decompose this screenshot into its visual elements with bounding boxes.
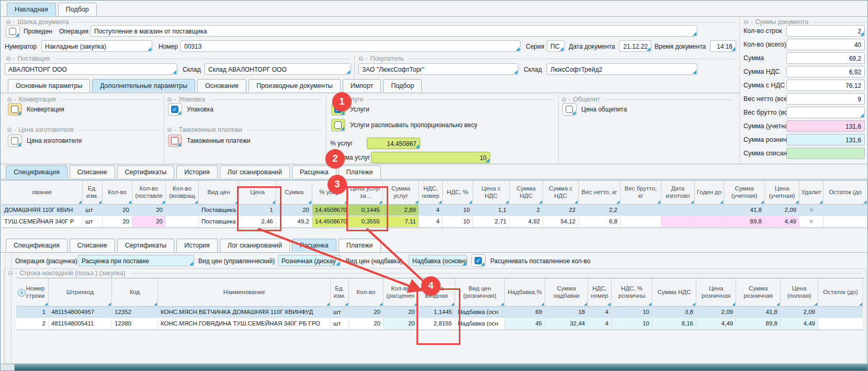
header-cell[interactable]: Цена (полная): [781, 278, 818, 307]
table-cell[interactable]: [818, 318, 863, 330]
header-cell[interactable]: Дата изготовл: [661, 181, 695, 205]
header-cell[interactable]: Удалит: [799, 181, 824, 205]
total-value[interactable]: [786, 107, 865, 118]
collapse-icon[interactable]: ⊖ -: [561, 96, 570, 103]
header-cell[interactable]: Ед. изм.: [83, 181, 103, 205]
tab-2[interactable]: Списание: [70, 239, 115, 252]
table-cell[interactable]: 14,4508670: [312, 205, 348, 216]
table-cell[interactable]: [621, 205, 661, 216]
catering-checkbox[interactable]: [562, 103, 577, 116]
table-cell[interactable]: 3,8: [652, 307, 696, 318]
table-cell[interactable]: шт: [83, 216, 103, 228]
header-cell[interactable]: Цена розничная: [696, 278, 736, 307]
tab-5[interactable]: Лог сканирований: [220, 165, 290, 178]
header-cell[interactable]: Сумма с НДС: [543, 181, 579, 205]
tab-7[interactable]: Платежи: [339, 165, 381, 178]
doc-time-input[interactable]: 14:16: [710, 40, 736, 52]
table-cell[interactable]: 20: [349, 307, 384, 318]
table-cell[interactable]: ДОМАШНЯЯ 110Г КВИН: [2, 205, 83, 216]
tab-1[interactable]: Накладная: [7, 3, 56, 16]
doc-date-input[interactable]: 21.12.22: [619, 40, 651, 52]
table-cell[interactable]: 4,49: [696, 318, 736, 330]
table-cell[interactable]: 10: [443, 216, 473, 228]
buyer-warehouse-input[interactable]: ЛюксСофтТрейд2: [547, 63, 697, 75]
repricing-operation-input[interactable]: Расценка при поставке: [78, 255, 194, 266]
tab-6[interactable]: Расценка: [292, 165, 336, 178]
tab-3[interactable]: Сертификаты: [117, 239, 175, 252]
header-cell[interactable]: НДС, номер: [419, 181, 443, 205]
customs-checkbox[interactable]: [168, 134, 182, 147]
table-cell[interactable]: 2,2: [579, 205, 621, 216]
proveden-checkbox[interactable]: [6, 25, 20, 38]
total-value[interactable]: 131,6: [786, 134, 865, 145]
table-cell[interactable]: 18: [545, 307, 588, 318]
tab-7[interactable]: Платежи: [339, 239, 381, 252]
header-cell[interactable]: Сумма (учетная): [724, 181, 765, 205]
delete-mark-icon[interactable]: =: [809, 218, 813, 224]
table-cell[interactable]: [166, 216, 199, 228]
table-cell[interactable]: [818, 307, 863, 318]
table-cell[interactable]: Поставщика: [199, 205, 239, 216]
sort-expander-icon[interactable]: ∧: [18, 289, 26, 297]
table-cell[interactable]: ТУШ.СЕМЕЙНАЯ 340Г Р: [2, 216, 83, 228]
header-cell[interactable]: Наименование: [158, 278, 331, 307]
table-cell[interactable]: 2: [510, 205, 543, 216]
tab-3[interactable]: Сертификаты: [117, 165, 175, 178]
header-cell[interactable]: Сумма услуг: [383, 181, 419, 205]
table-cell[interactable]: шт: [331, 318, 349, 330]
header-cell[interactable]: Кол-во: [103, 181, 132, 205]
table-cell[interactable]: =: [799, 205, 824, 216]
header-cell[interactable]: Остаток (до): [818, 278, 863, 307]
table-cell[interactable]: 4811548005411: [49, 318, 112, 330]
total-value[interactable]: [786, 148, 865, 159]
table-cell[interactable]: 1: [16, 307, 49, 318]
tab-1[interactable]: Спецификация: [6, 239, 67, 252]
table-cell[interactable]: 2,71: [473, 216, 510, 228]
collapse-icon[interactable]: ⊖ -: [8, 269, 17, 277]
table-cell[interactable]: 4,49: [765, 216, 799, 228]
header-cell[interactable]: Сумма надбавки: [545, 278, 588, 307]
total-value[interactable]: 6,92: [786, 66, 865, 77]
table-cell[interactable]: 10: [612, 307, 652, 318]
table-cell[interactable]: 12380: [112, 318, 158, 330]
table-cell[interactable]: 45: [505, 318, 545, 330]
table-cell[interactable]: 41,8: [724, 205, 765, 216]
table-cell[interactable]: 20: [276, 205, 312, 216]
collapse-icon[interactable]: ⊖ -: [7, 126, 16, 133]
table-cell[interactable]: 20: [132, 216, 166, 228]
table-cell[interactable]: 4: [588, 307, 612, 318]
table-cell[interactable]: [661, 205, 695, 216]
table-cell[interactable]: КОНС.МЯСН.ГОВЯДИНА ТУШ.СЕМЕЙНАЯ 340Г РБ …: [158, 318, 331, 330]
table-cell[interactable]: [695, 205, 724, 216]
collapse-icon[interactable]: ⊖ -: [167, 126, 176, 133]
table-cell[interactable]: 20: [103, 216, 132, 228]
table-cell[interactable]: 89,8: [724, 216, 765, 228]
table-cell[interactable]: 89,8: [736, 318, 781, 330]
header-cell[interactable]: Сумма: [276, 181, 312, 205]
header-cell[interactable]: НДС, номер: [588, 278, 612, 307]
mgmt-price-type-input[interactable]: Розничная (дискау: [278, 255, 341, 266]
header-cell[interactable]: Остаток (до: [824, 181, 867, 205]
header-cell[interactable]: Кол-во: [349, 278, 384, 307]
conversion-checkbox[interactable]: [8, 103, 22, 116]
header-cell[interactable]: ование: [2, 181, 83, 205]
table-cell[interactable]: шт: [331, 307, 349, 318]
header-cell[interactable]: Кол-во (возвращ: [166, 181, 199, 205]
table-cell[interactable]: 20: [132, 205, 166, 216]
header-cell[interactable]: Код: [112, 278, 158, 307]
tab-1[interactable]: Основные параметры: [8, 79, 90, 92]
table-cell[interactable]: 2,89: [383, 205, 419, 216]
table-cell[interactable]: 4,92: [510, 216, 543, 228]
collapse-icon[interactable]: ⊖ -: [6, 55, 15, 62]
collapse-icon[interactable]: ⊖ -: [358, 55, 367, 62]
table-cell[interactable]: 8,16: [652, 318, 696, 330]
table-cell[interactable]: 49,2: [276, 216, 312, 228]
total-value[interactable]: 76,12: [786, 80, 865, 91]
header-cell[interactable]: Кол-во (поставле: [132, 181, 166, 205]
buyer-input[interactable]: ЗАО "ЛюксСофтТорг": [358, 63, 518, 75]
tab-2[interactable]: Списание: [70, 165, 115, 178]
table-cell[interactable]: 4: [419, 216, 443, 228]
header-cell[interactable]: Вид цен (розничная): [455, 278, 505, 307]
table-cell[interactable]: [621, 216, 661, 228]
header-cell[interactable]: Сумма розничная: [736, 278, 781, 307]
